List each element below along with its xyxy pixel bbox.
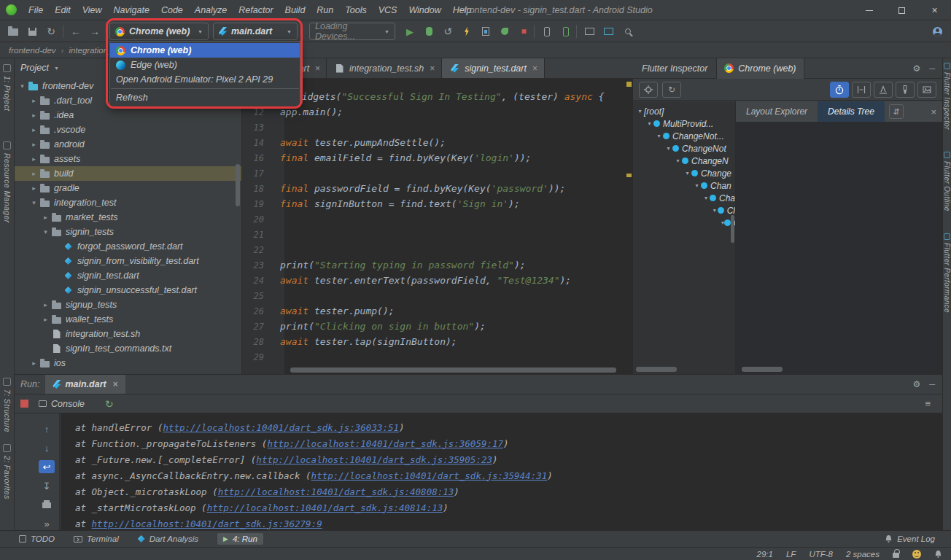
details-horizontal-scrollbar[interactable] xyxy=(742,367,783,372)
indent-config[interactable]: 2 spaces xyxy=(846,550,880,559)
project-tree-row[interactable]: ▸.idea xyxy=(15,108,241,122)
stop-icon[interactable]: ■ xyxy=(516,20,531,42)
minimize-button[interactable] xyxy=(853,0,885,20)
expanded-chevron-icon[interactable]: ▾ xyxy=(674,158,682,164)
project-scrollbar[interactable] xyxy=(236,164,240,206)
menu-item-code[interactable]: Code xyxy=(155,5,189,15)
project-tree-row[interactable]: ▸.vscode xyxy=(15,122,241,137)
project-view-selector[interactable]: Project xyxy=(20,63,49,73)
menu-item-tools[interactable]: Tools xyxy=(339,5,372,15)
tool-window-button[interactable]: Resource Manager xyxy=(3,141,12,223)
close-icon[interactable]: × xyxy=(532,63,537,74)
breadcrumb-item[interactable]: frontend-dev xyxy=(9,46,56,55)
menu-item-file[interactable]: File xyxy=(23,5,49,15)
feedback-smiley-icon[interactable] xyxy=(912,550,921,559)
console-link[interactable]: http://localhost:10401/dart_sdk.js:40814… xyxy=(207,502,443,513)
devtools-icon[interactable] xyxy=(478,20,493,42)
file-encoding[interactable]: UTF-8 xyxy=(809,550,833,559)
menu-item-build[interactable]: Build xyxy=(279,5,311,15)
close-icon[interactable]: × xyxy=(113,379,118,389)
highlight-images-button[interactable] xyxy=(917,82,936,98)
widget-tree-row[interactable]: ▾Chan xyxy=(633,179,735,192)
open-project-icon[interactable] xyxy=(6,20,20,42)
hide-panel-icon[interactable]: ─ xyxy=(929,64,935,73)
tool-window-button[interactable]: 7: Structure xyxy=(3,378,12,432)
slow-animations-button[interactable] xyxy=(830,82,849,98)
collapsed-chevron-icon[interactable]: ▸ xyxy=(29,155,39,163)
collapsed-chevron-icon[interactable]: ▸ xyxy=(29,170,39,177)
project-tree-row[interactable]: ▸android xyxy=(15,137,241,152)
editor-tab[interactable]: signin_test.dart× xyxy=(442,58,545,78)
details-tree-tab[interactable]: Details Tree xyxy=(818,101,885,122)
notifications-bell-icon[interactable] xyxy=(934,550,942,559)
collapsed-chevron-icon[interactable]: ▸ xyxy=(29,141,39,148)
more-chevron-icon[interactable]: » xyxy=(39,517,55,530)
collapsed-chevron-icon[interactable]: ▸ xyxy=(41,301,50,308)
device-manager-icon[interactable] xyxy=(540,20,554,42)
project-tree-row[interactable]: ▾integration_test xyxy=(15,195,241,210)
print-icon[interactable] xyxy=(39,498,55,511)
forward-arrow-icon[interactable]: → xyxy=(88,20,102,42)
collapsed-chevron-icon[interactable]: ▸ xyxy=(41,316,50,323)
settings-gear-icon[interactable]: ⚙ xyxy=(912,63,920,74)
layout-explorer-tab[interactable]: Layout Explorer xyxy=(736,101,818,122)
collapsed-chevron-icon[interactable]: ▸ xyxy=(29,97,39,104)
menu-item-view[interactable]: View xyxy=(77,5,108,15)
tool-window-button[interactable]: 2: Favorites xyxy=(3,444,12,499)
expanded-chevron-icon[interactable]: ▾ xyxy=(636,108,644,114)
widget-tree-horizontal-scrollbar[interactable] xyxy=(636,367,677,372)
collapsed-chevron-icon[interactable]: ▸ xyxy=(29,184,39,192)
collapsed-chevron-icon[interactable]: ▸ xyxy=(29,126,39,133)
collapsed-chevron-icon[interactable]: ▸ xyxy=(29,112,39,119)
widget-tree-scrollbar[interactable] xyxy=(731,215,734,243)
widget-tree-row[interactable]: ▾Cl xyxy=(633,204,735,217)
tool-window-button[interactable]: Flutter Inspector xyxy=(943,63,951,130)
project-tree-row[interactable]: forgot_password_test.dart xyxy=(15,239,241,254)
menu-item-navigate[interactable]: Navigate xyxy=(108,5,155,15)
inspector-device-tab[interactable]: Chrome (web) xyxy=(716,58,804,79)
project-tree-row[interactable]: ▸ios xyxy=(15,356,241,370)
project-tree-row[interactable]: ▾signin_tests xyxy=(15,225,241,239)
project-tree-row[interactable]: ▸signup_tests xyxy=(15,298,241,312)
tool-window-button[interactable]: 1: Project xyxy=(3,64,12,111)
profiler-icon[interactable] xyxy=(601,20,616,42)
sync-icon[interactable]: ↻ xyxy=(44,20,58,42)
dropdown-item[interactable]: Edge (web) xyxy=(110,58,300,72)
widget-tree-row[interactable]: ▾ChangeN xyxy=(633,155,735,167)
down-arrow-icon[interactable]: ↓ xyxy=(39,441,55,454)
stop-icon[interactable] xyxy=(20,400,28,408)
hot-reload-icon[interactable] xyxy=(459,20,474,42)
project-tree-row[interactable]: ▸wallet_tests xyxy=(15,312,241,327)
expanded-chevron-icon[interactable]: ▾ xyxy=(693,182,701,189)
hot-restart-icon[interactable] xyxy=(497,20,512,42)
menu-item-edit[interactable]: Edit xyxy=(49,5,77,15)
target-device-selector[interactable]: Loading Devices... ▼ xyxy=(309,23,395,40)
collapsed-chevron-icon[interactable]: ▸ xyxy=(41,214,50,221)
highlight-repaints-button[interactable] xyxy=(896,82,915,98)
menu-item-vcs[interactable]: VCS xyxy=(373,5,403,15)
rerun-icon[interactable]: ↺ xyxy=(440,20,455,42)
console-link[interactable]: http://localhost:10401/dart_sdk.js:35905… xyxy=(256,454,492,465)
console-settings-icon[interactable]: ≡ xyxy=(925,398,942,409)
hide-panel-icon[interactable]: ─ xyxy=(929,380,935,389)
console-link[interactable]: http://localhost:10401/dart_sdk.js:36033… xyxy=(163,422,399,433)
expanded-chevron-icon[interactable]: ▾ xyxy=(645,120,653,127)
editor-tab[interactable]: integration_test.sh× xyxy=(327,58,442,78)
lock-icon[interactable] xyxy=(893,553,899,558)
terminal-tab[interactable]: Terminal xyxy=(74,534,119,543)
project-tree-row[interactable]: signin_unsuccessful_test.dart xyxy=(15,283,241,298)
expanded-chevron-icon[interactable]: ▾ xyxy=(664,145,672,152)
menu-item-refactor[interactable]: Refactor xyxy=(233,5,279,15)
console-link[interactable]: http://localhost:10401/dart_sdk.js:36059… xyxy=(267,438,503,449)
run-config-selector[interactable]: main.dart ▼ xyxy=(213,23,298,40)
menu-item-window[interactable]: Window xyxy=(403,5,446,15)
swap-panes-icon[interactable]: ⇵ xyxy=(889,104,904,119)
widget-tree-row[interactable]: ▾C xyxy=(633,217,735,229)
widget-tree-row[interactable]: ▾MultiProvid... xyxy=(633,117,735,130)
event-log-button[interactable]: Event Log xyxy=(885,534,935,543)
select-widget-mode-button[interactable] xyxy=(639,82,658,98)
widget-tree-row[interactable]: ▾[root] xyxy=(633,105,735,117)
project-tree-row[interactable]: ▸assets xyxy=(15,152,241,166)
project-tree-row[interactable]: integration_test.sh xyxy=(15,327,241,341)
project-tree-row[interactable]: signin_from_visibility_test.dart xyxy=(15,254,241,268)
